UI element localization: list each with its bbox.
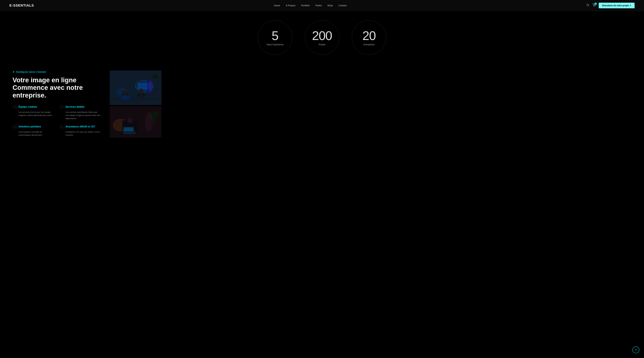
stat-projets-number: 200 [312, 30, 332, 42]
stat-experience-label: Years Experience [266, 43, 284, 46]
why-section: ✦ POURQUOI NOUS CHOISIR Votre image en l… [0, 68, 644, 147]
back-to-top-button[interactable] [632, 346, 639, 353]
stat-projets-label: Projets [318, 43, 326, 46]
stats-section: 5 Years Experience 200 Projets 20 Entrep… [0, 11, 644, 68]
features-grid: ✓ Équipe créative Les services fournis p… [12, 105, 100, 137]
stat-entreprises-number: 20 [362, 30, 376, 42]
svg-line-1 [588, 6, 589, 6]
svg-point-15 [123, 90, 128, 94]
feature-services-desc: Les services spécifiques offerts par une… [60, 111, 100, 120]
why-left: ✦ POURQUOI NOUS CHOISIR Votre image en l… [12, 70, 100, 137]
sparkle-icon: ✦ [12, 70, 15, 74]
why-tag: ✦ POURQUOI NOUS CHOISIR [12, 70, 100, 74]
feature-equipe-header: ✓ Équipe créative [12, 105, 53, 109]
nav-right: 1 Discutons de votre projet ↗ [586, 3, 634, 8]
nav-item-portfolio[interactable]: Portfolio [301, 4, 310, 7]
feature-equipe-desc: Les services fournis par une équipe d'ag… [12, 111, 53, 117]
svg-rect-16 [110, 98, 162, 100]
svg-point-2 [594, 6, 594, 6]
svg-point-3 [595, 6, 595, 6]
feature-equipe: ✓ Équipe créative Les services fournis p… [12, 105, 53, 120]
svg-rect-18 [121, 95, 130, 100]
nav-item-contact[interactable]: Contact [338, 4, 346, 7]
stat-experience-number: 5 [272, 30, 278, 42]
feature-assistance-header: ✓ Assistance 24h/24 et 7j/7 [60, 124, 100, 129]
svg-rect-34 [123, 132, 136, 134]
arrow-up-icon [634, 348, 637, 351]
feature-assistance: ✓ Assistance 24h/24 et 7j/7 Assistance 7… [60, 124, 100, 137]
svg-point-26 [127, 118, 133, 123]
team-image-top [110, 70, 162, 105]
feature-services-check: ✓ [60, 105, 64, 109]
why-title: Votre image en ligne Commence avec notre… [12, 76, 100, 99]
stat-entreprises-label: Entreprises [364, 43, 375, 46]
feature-services: ✓ Services dédiés Les services spécifiqu… [60, 105, 100, 120]
nav-item-home[interactable]: Home [274, 4, 280, 7]
brand-logo[interactable]: E-SSENTIALS [10, 4, 34, 8]
stat-projets: 200 Projets [305, 20, 339, 55]
feature-solutions-desc: Il est toujours conseillé de communiquer… [12, 130, 53, 137]
svg-rect-22 [155, 77, 156, 80]
navbar: E-SSENTIALS Home À Propos Portfolio Pack… [0, 0, 644, 11]
team-image-bottom [110, 106, 162, 138]
svg-point-31 [153, 111, 159, 116]
feature-solutions-title: Solutions parfaites [18, 125, 41, 128]
why-right-images [110, 70, 162, 138]
nav-links: Home À Propos Portfolio Packs Shop Conta… [274, 4, 346, 7]
feature-equipe-title: Équipe créative [18, 106, 37, 108]
search-icon[interactable] [586, 4, 589, 7]
feature-services-title: Services dédiés [66, 106, 84, 108]
svg-point-0 [587, 4, 589, 6]
nav-item-apropos[interactable]: À Propos [286, 4, 296, 7]
feature-solutions-header: ✓ Solutions parfaites [12, 124, 53, 129]
svg-rect-19 [147, 80, 148, 92]
feature-equipe-check: ✓ [12, 105, 17, 109]
feature-assistance-title: Assistance 24h/24 et 7j/7 [66, 125, 95, 128]
nav-item-packs[interactable]: Packs [315, 4, 322, 7]
svg-rect-32 [153, 118, 154, 123]
feature-solutions: ✓ Solutions parfaites Il est toujours co… [12, 124, 53, 137]
cta-button[interactable]: Discutons de votre projet ↗ [599, 3, 634, 8]
svg-rect-20 [150, 80, 151, 92]
cart-badge: 1 [594, 2, 597, 5]
feature-services-header: ✓ Services dédiés [60, 105, 100, 109]
stat-entreprises: 20 Entreprises [352, 20, 386, 55]
nav-item-shop[interactable]: Shop [327, 4, 333, 7]
feature-solutions-check: ✓ [12, 124, 17, 129]
cart-icon[interactable]: 1 [592, 4, 596, 7]
feature-assistance-desc: Assistance 7j/7 pour les clients, à tout… [60, 130, 100, 137]
stat-experience: 5 Years Experience [258, 20, 292, 55]
feature-assistance-check: ✓ [60, 124, 64, 129]
svg-point-35 [145, 112, 153, 131]
svg-point-12 [139, 89, 143, 93]
